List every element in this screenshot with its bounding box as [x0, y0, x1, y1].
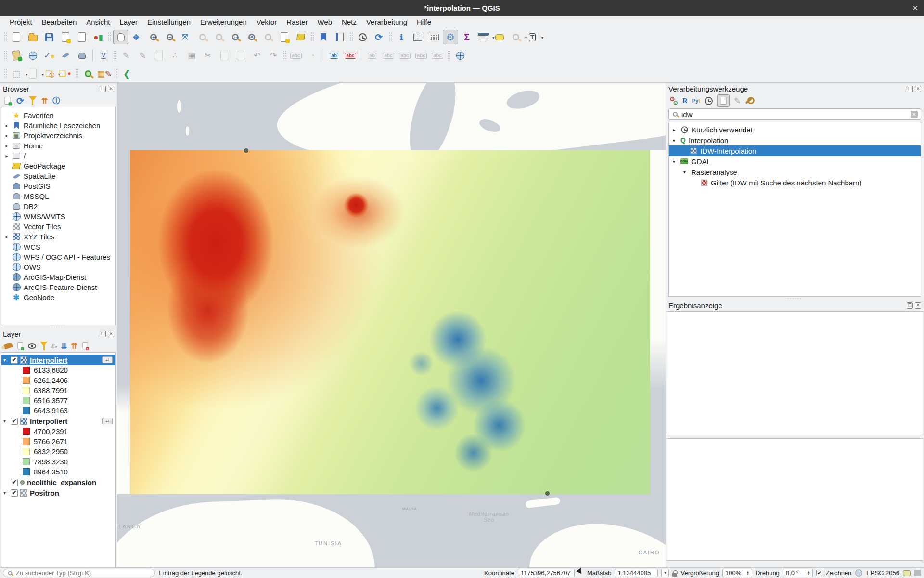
- results-float-button[interactable]: ❐: [907, 302, 913, 309]
- browser-collapse-icon[interactable]: ⇈: [41, 96, 48, 105]
- menu-projekt[interactable]: Projekt: [5, 17, 37, 27]
- zoom-in-button[interactable]: +: [146, 30, 161, 44]
- scale-dropdown-button[interactable]: ▾: [661, 569, 669, 577]
- cut-features-button[interactable]: ✂: [200, 48, 216, 63]
- metasearch-button[interactable]: [452, 48, 468, 63]
- browser-item-wms[interactable]: WMS/WMTS: [1, 211, 116, 222]
- pan-to-selection-button[interactable]: ✥: [129, 30, 145, 44]
- browser-item-vector-tiles[interactable]: Vector Tiles: [1, 222, 116, 232]
- browser-float-button[interactable]: ❐: [100, 86, 106, 92]
- layer-row-neolithic[interactable]: ✔ neolithic_expansion: [1, 477, 116, 487]
- collapse-all-icon[interactable]: ⇈: [71, 342, 77, 351]
- rotate-label-button[interactable]: abc: [413, 48, 429, 63]
- new-bookmark-button[interactable]: [316, 30, 331, 44]
- zoom-out-button[interactable]: −: [162, 30, 178, 44]
- attribute-table-button[interactable]: [410, 30, 425, 44]
- toggle-editing-button[interactable]: ✎: [118, 48, 134, 63]
- layer-close-button[interactable]: ✕: [108, 331, 114, 337]
- layer-row-positron[interactable]: ▾ ✔ Positron: [1, 487, 116, 498]
- statistics-button[interactable]: Σ: [459, 30, 475, 44]
- pin-labels-button[interactable]: ab: [364, 48, 380, 63]
- menu-netz[interactable]: Netz: [337, 17, 361, 27]
- pan-map-button[interactable]: [113, 30, 128, 44]
- map-tips-button[interactable]: [492, 30, 507, 44]
- log-icon[interactable]: [914, 570, 921, 576]
- proc-item-gitter-idw[interactable]: Gitter (IDW mit Suche des nächsten Nachb…: [669, 177, 921, 188]
- temporal-controller-button[interactable]: [355, 30, 370, 44]
- clear-search-icon[interactable]: ✕: [911, 111, 918, 118]
- layer-badge[interactable]: ⇄: [102, 418, 113, 424]
- copy-features-button[interactable]: [217, 48, 232, 63]
- zoom-last-button[interactable]: [195, 30, 210, 44]
- processing-toolbox-button[interactable]: ⚙: [443, 30, 458, 44]
- mouse-position-icon[interactable]: [576, 568, 586, 578]
- proc-item-gdal[interactable]: ▾ GDAL GDAL: [669, 156, 921, 167]
- share-button[interactable]: ❮: [119, 66, 135, 81]
- save-edits-button[interactable]: ✎: [135, 48, 150, 63]
- browser-item-xyz-tiles[interactable]: ▸XYZ Tiles: [1, 232, 116, 242]
- menu-raster[interactable]: Raster: [282, 17, 312, 27]
- project-properties-button[interactable]: [74, 30, 90, 44]
- style-manager-button[interactable]: ●▮: [90, 30, 106, 44]
- python-scripts-icon[interactable]: Pyt: [692, 98, 700, 104]
- scale-combobox[interactable]: 1:13444005: [615, 569, 658, 577]
- layer-diagram-button[interactable]: ◔: [305, 48, 320, 63]
- browser-item-wcs[interactable]: WCS: [1, 242, 116, 252]
- open-project-button[interactable]: [25, 30, 40, 44]
- rotation-spinbox[interactable]: 0,0 °▲▼: [783, 569, 813, 577]
- menu-einstellungen[interactable]: Einstellungen: [142, 17, 195, 27]
- browser-item-spatialite[interactable]: SpatiaLite: [1, 171, 116, 181]
- layer-checkbox[interactable]: ✔: [11, 356, 18, 364]
- label-toolbar-blue-button[interactable]: ab: [326, 48, 342, 63]
- browser-refresh-icon[interactable]: ⟳: [16, 95, 24, 106]
- browser-info-icon[interactable]: ⓘ: [52, 96, 60, 106]
- browser-item-geopackage[interactable]: GeoPackage: [1, 161, 116, 171]
- osm-place-search-button[interactable]: [80, 66, 96, 81]
- modify-attributes-button[interactable]: ▦: [184, 48, 199, 63]
- select-features-button[interactable]: ⬚▾: [9, 66, 24, 81]
- new-project-button[interactable]: [9, 30, 24, 44]
- processing-close-button[interactable]: ✕: [915, 86, 921, 92]
- filter-legend-icon[interactable]: [40, 342, 48, 350]
- edit-in-place-icon[interactable]: ✎: [734, 97, 741, 105]
- quickmapservices-button[interactable]: ▦✎: [97, 66, 112, 81]
- move-label-button[interactable]: abc: [397, 48, 412, 63]
- browser-filter-icon[interactable]: [29, 96, 37, 105]
- crs-status[interactable]: EPSG:2056: [866, 569, 899, 577]
- browser-item-arcgis-feature[interactable]: ArcGIS-Feature-Dienst: [1, 282, 116, 292]
- zoom-to-layer-button[interactable]: ◂: [244, 30, 259, 44]
- add-db-layer-button[interactable]: [25, 48, 40, 63]
- coordinate-field[interactable]: 1175396,2756707: [518, 569, 575, 577]
- add-spatialite-layer-button[interactable]: [58, 48, 73, 63]
- lock-scale-icon[interactable]: [672, 573, 677, 577]
- statusbar-search-input[interactable]: [16, 569, 151, 577]
- text-annotation-button[interactable]: T▾: [525, 30, 540, 44]
- layer-row-interpoliert-2[interactable]: ▾ ✔ Interpoliert ⇄: [1, 416, 116, 426]
- add-vector-layer-button[interactable]: ✓✱: [41, 48, 57, 63]
- paste-features-button[interactable]: [233, 48, 248, 63]
- history-icon[interactable]: [705, 97, 713, 105]
- browser-item-db2[interactable]: DB2: [1, 201, 116, 211]
- proc-item-interpolation[interactable]: ▾ Q Interpolation: [669, 135, 921, 145]
- layer-row-interpoliert-1[interactable]: ▾ ✔ Interpoliert ⇄: [1, 355, 116, 365]
- save-project-button[interactable]: [41, 30, 57, 44]
- layer-badge[interactable]: ⇄: [102, 356, 113, 363]
- statistical-summary-button[interactable]: [426, 30, 442, 44]
- zoom-next-button[interactable]: [211, 30, 227, 44]
- browser-item-home[interactable]: ▸⌂Home: [1, 141, 116, 151]
- browser-item-mssql[interactable]: MSSQL: [1, 191, 116, 201]
- zoom-full-button[interactable]: ⤧: [179, 30, 194, 44]
- browser-item-ows[interactable]: OWS: [1, 262, 116, 272]
- menu-erweiterungen[interactable]: Erweiterungen: [195, 17, 252, 27]
- filter-expression-icon[interactable]: ε▾: [51, 342, 57, 350]
- redo-button[interactable]: ↷: [266, 48, 281, 63]
- browser-item-favoriten[interactable]: ★Favoriten: [1, 110, 116, 120]
- menu-bearbeiten[interactable]: Bearbeiten: [37, 17, 82, 27]
- label-toolbar-red-button[interactable]: abc: [343, 48, 358, 63]
- select-by-form-button[interactable]: ▾: [25, 66, 40, 81]
- menu-hilfe[interactable]: Hilfe: [412, 17, 436, 27]
- zoom-to-selection-button[interactable]: [260, 30, 276, 44]
- processing-search-input[interactable]: [681, 110, 908, 118]
- layer-checkbox[interactable]: ✔: [11, 418, 18, 425]
- move-feature-button[interactable]: ∴: [167, 48, 183, 63]
